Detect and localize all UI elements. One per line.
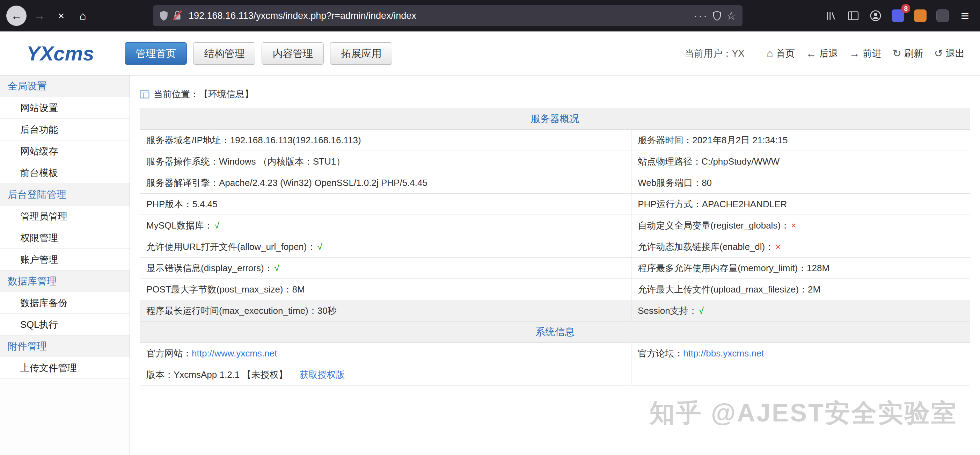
check-mark: √ <box>273 263 279 273</box>
sidebar-item[interactable]: 前台模板 <box>0 162 130 184</box>
quick-refresh-link[interactable]: ↻刷新 <box>892 47 923 60</box>
extension-icon[interactable]: 8 <box>889 7 907 24</box>
server-info-table: 服务器概况 服务器域名/IP地址：192.168.16.113(192.168.… <box>140 108 970 385</box>
quick-logout-link[interactable]: ↺退出 <box>934 47 965 60</box>
current-user-label: 当前用户：YX <box>685 47 745 60</box>
cross-mark: × <box>790 220 796 231</box>
quick-links: ⌂首页 ←后退 →前进 ↻刷新 ↺退出 <box>767 47 965 60</box>
stop-icon: × <box>58 10 65 22</box>
bookmark-star-icon[interactable]: ☆ <box>726 9 736 22</box>
home-icon: ⌂ <box>767 48 773 59</box>
dark-glyph <box>936 10 949 22</box>
hamburger-icon: ≡ <box>961 8 969 24</box>
info-cell: 版本：YxcmsApp 1.2.1 【未授权】获取授权版 <box>140 364 632 385</box>
info-cell: PHP运行方式：APACHE2HANDLER <box>632 193 970 215</box>
insecure-lock-icon[interactable] <box>173 10 181 21</box>
sidebar-item[interactable]: 网站设置 <box>0 97 130 119</box>
sidebar-item[interactable]: 管理员管理 <box>0 206 130 227</box>
info-cell: 服务器操作系统：Windows （内核版本：STU1） <box>140 151 632 172</box>
info-cell: Web服务端口：80 <box>632 172 970 193</box>
official-site-link[interactable]: http://www.yxcms.net <box>192 348 277 359</box>
info-cell: POST最大字节数(post_max_size)：8M <box>140 279 632 300</box>
account-icon[interactable] <box>867 7 884 24</box>
table-row: 显示错误信息(display_errors)：√ 程序最多允许使用内存量(mem… <box>140 257 970 279</box>
refresh-icon: ↻ <box>892 47 901 59</box>
sidebar-item[interactable]: 上传文件管理 <box>0 357 130 379</box>
sidebar-group-login[interactable]: 后台登陆管理 <box>0 184 130 206</box>
tab-content[interactable]: 内容管理 <box>262 42 324 65</box>
info-cell: 服务器域名/IP地址：192.168.16.113(192.168.16.113… <box>140 130 632 151</box>
table-row: 服务器操作系统：Windows （内核版本：STU1） 站点物理路径：C:/ph… <box>140 151 970 172</box>
table-row: POST最大字节数(post_max_size)：8M 允许最大上传文件(upl… <box>140 279 970 300</box>
forward-button[interactable]: → <box>31 7 48 24</box>
check-mark: √ <box>213 220 220 231</box>
sidebar-toggle-icon[interactable] <box>845 7 862 24</box>
location-grid-icon <box>140 90 150 99</box>
proxy-glyph <box>914 10 927 22</box>
sidebar-item[interactable]: 账户管理 <box>0 249 130 270</box>
page-body: 全局设置 网站设置 后台功能 网站缓存 前台模板 后台登陆管理 管理员管理 权限… <box>0 75 980 455</box>
sidebar-item[interactable]: 网站缓存 <box>0 140 130 162</box>
cell-text: 自动定义全局变量(register_globals)： <box>638 220 790 231</box>
home-button[interactable]: ⌂ <box>74 7 92 24</box>
back-arrow-icon: ← <box>806 48 816 59</box>
cell-text: MySQL数据库： <box>146 220 213 231</box>
library-icon[interactable] <box>822 7 840 24</box>
menu-button[interactable]: ≡ <box>956 7 974 24</box>
table-row: 服务器域名/IP地址：192.168.16.113(192.168.16.113… <box>140 130 970 151</box>
official-forum-link[interactable]: http://bbs.yxcms.net <box>683 348 764 359</box>
quick-home-link[interactable]: ⌂首页 <box>767 47 795 60</box>
sidebar-item[interactable]: 后台功能 <box>0 119 130 140</box>
url-text[interactable]: 192.168.16.113/yxcms/index.php?r=admin/i… <box>189 11 416 21</box>
back-icon: ← <box>11 10 22 22</box>
header-right: 当前用户：YX ⌂首页 ←后退 →前进 ↻刷新 ↺退出 <box>685 47 965 60</box>
sidebar-item[interactable]: 数据库备份 <box>0 292 130 314</box>
cell-text: 允许最大上传文件(upload_max_filesize)：2M <box>638 284 820 295</box>
cell-text: 服务器操作系统：Windows （内核版本：STU1） <box>146 156 345 167</box>
sidebar-group-attachments[interactable]: 附件管理 <box>0 335 130 357</box>
extension-badge: 8 <box>901 4 910 13</box>
cell-text: Session支持： <box>638 305 697 316</box>
cell-text: 官方网站： <box>146 348 192 359</box>
quick-forward-link[interactable]: →前进 <box>850 47 881 60</box>
info-cell: 服务器解译引擎：Apache/2.4.23 (Win32) OpenSSL/1.… <box>140 172 632 193</box>
tab-extensions[interactable]: 拓展应用 <box>330 42 392 65</box>
back-button[interactable]: ← <box>6 6 27 26</box>
quick-back-link[interactable]: ←后退 <box>806 47 838 60</box>
info-cell: 自动定义全局变量(register_globals)：× <box>632 215 970 236</box>
permissions-shield-icon[interactable] <box>713 11 721 21</box>
table-row: 服务器解译引擎：Apache/2.4.23 (Win32) OpenSSL/1.… <box>140 172 970 193</box>
forward-arrow-icon: → <box>850 48 860 59</box>
sidebar-item[interactable]: 权限管理 <box>0 227 130 249</box>
info-cell: PHP版本：5.4.45 <box>140 193 632 215</box>
info-cell: 服务器时间：2021年8月2日 21:34:15 <box>632 130 970 151</box>
sidebar-group-global[interactable]: 全局设置 <box>0 75 130 97</box>
stop-button[interactable]: × <box>52 7 70 24</box>
dark-extension-icon[interactable] <box>934 7 951 24</box>
cell-text: 允许使用URL打开文件(allow_url_fopen)： <box>146 241 316 252</box>
sidebar-group-database[interactable]: 数据库管理 <box>0 270 130 292</box>
cell-text: 允许动态加载链接库(enable_dl)： <box>638 241 774 252</box>
page-actions-icon[interactable]: ··· <box>694 10 708 22</box>
tab-structure[interactable]: 结构管理 <box>193 42 255 65</box>
sidebar-item[interactable]: SQL执行 <box>0 314 130 335</box>
sidebar: 全局设置 网站设置 后台功能 网站缓存 前台模板 后台登陆管理 管理员管理 权限… <box>0 75 130 455</box>
get-licensed-link[interactable]: 获取授权版 <box>300 369 345 380</box>
cell-text: POST最大字节数(post_max_size)：8M <box>146 284 305 295</box>
cell-text: 版本：YxcmsApp 1.2.1 【未授权】 <box>146 369 288 380</box>
proxy-extension-icon[interactable] <box>912 7 929 24</box>
tracking-protection-shield-icon[interactable] <box>159 11 168 21</box>
tab-admin-home[interactable]: 管理首页 <box>125 42 187 65</box>
quick-link-label: 首页 <box>776 47 795 60</box>
cell-text: 显示错误信息(display_errors)： <box>146 263 273 273</box>
browser-window: ← → × ⌂ 192.168.16.113/yxcms/index.php?r… <box>0 0 980 455</box>
info-cell: 程序最长运行时间(max_execution_time)：30秒 <box>140 300 632 321</box>
address-bar[interactable]: 192.168.16.113/yxcms/index.php?r=admin/i… <box>153 5 743 26</box>
table-row: 程序最长运行时间(max_execution_time)：30秒 Session… <box>140 300 970 321</box>
cross-mark: × <box>774 241 781 252</box>
info-cell: 显示错误信息(display_errors)：√ <box>140 257 632 279</box>
cell-text: PHP版本：5.4.45 <box>146 199 218 209</box>
yxcms-logo: YXcms <box>27 42 94 65</box>
check-mark: √ <box>316 241 322 252</box>
breadcrumb: 当前位置：【环境信息】 <box>140 88 970 100</box>
